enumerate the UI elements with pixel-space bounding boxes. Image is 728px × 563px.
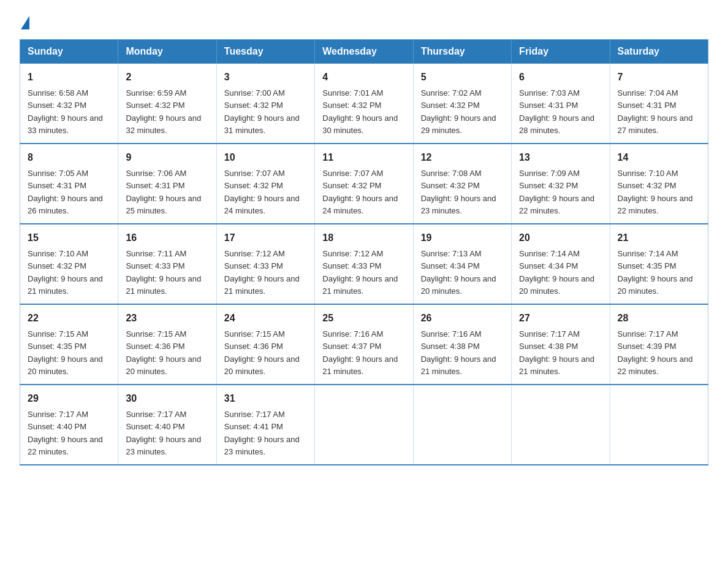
day-number: 14 [618,150,700,165]
day-number: 20 [519,231,602,245]
calendar-cell: 6 Sunrise: 7:03 AMSunset: 4:31 PMDayligh… [512,64,610,144]
calendar-cell: 27 Sunrise: 7:17 AMSunset: 4:38 PMDaylig… [512,304,610,385]
day-info: Sunrise: 7:17 AMSunset: 4:38 PMDaylight:… [519,329,594,376]
day-info: Sunrise: 7:17 AMSunset: 4:40 PMDaylight:… [28,410,103,456]
calendar-header-row: SundayMondayTuesdayWednesdayThursdayFrid… [20,40,708,64]
day-number: 30 [126,391,208,406]
day-info: Sunrise: 6:58 AMSunset: 4:32 PMDaylight:… [28,88,103,135]
day-info: Sunrise: 7:00 AMSunset: 4:32 PMDaylight:… [224,88,300,135]
calendar-cell: 14 Sunrise: 7:10 AMSunset: 4:32 PMDaylig… [610,144,708,224]
day-info: Sunrise: 7:10 AMSunset: 4:32 PMDaylight:… [618,169,693,215]
day-info: Sunrise: 7:03 AMSunset: 4:31 PMDaylight:… [519,88,594,135]
calendar-cell: 11 Sunrise: 7:07 AMSunset: 4:32 PMDaylig… [315,144,413,224]
day-number: 28 [618,311,700,326]
calendar-week-row: 22 Sunrise: 7:15 AMSunset: 4:35 PMDaylig… [20,304,708,385]
day-info: Sunrise: 7:08 AMSunset: 4:32 PMDaylight:… [421,169,496,215]
day-number: 18 [322,231,405,245]
day-info: Sunrise: 7:02 AMSunset: 4:32 PMDaylight:… [421,88,496,135]
day-info: Sunrise: 7:15 AMSunset: 4:35 PMDaylight:… [28,329,103,376]
day-number: 15 [28,231,110,245]
calendar-cell: 9 Sunrise: 7:06 AMSunset: 4:31 PMDayligh… [118,144,216,224]
calendar-cell: 20 Sunrise: 7:14 AMSunset: 4:34 PMDaylig… [512,224,610,304]
day-number: 31 [224,391,307,406]
column-header-sunday: Sunday [20,40,118,64]
page-header [20,15,708,27]
day-number: 4 [322,70,405,85]
day-number: 16 [126,231,208,245]
calendar-week-row: 15 Sunrise: 7:10 AMSunset: 4:32 PMDaylig… [20,224,708,304]
calendar-cell: 15 Sunrise: 7:10 AMSunset: 4:32 PMDaylig… [20,224,118,304]
calendar-cell: 4 Sunrise: 7:01 AMSunset: 4:32 PMDayligh… [315,64,413,144]
calendar-week-row: 29 Sunrise: 7:17 AMSunset: 4:40 PMDaylig… [20,385,708,465]
calendar-cell: 13 Sunrise: 7:09 AMSunset: 4:32 PMDaylig… [512,144,610,224]
day-info: Sunrise: 7:11 AMSunset: 4:33 PMDaylight:… [126,249,201,296]
calendar-cell: 26 Sunrise: 7:16 AMSunset: 4:38 PMDaylig… [413,304,511,385]
day-number: 11 [322,150,405,165]
calendar-cell: 5 Sunrise: 7:02 AMSunset: 4:32 PMDayligh… [413,64,511,144]
calendar-cell: 1 Sunrise: 6:58 AMSunset: 4:32 PMDayligh… [20,64,118,144]
calendar-cell: 21 Sunrise: 7:14 AMSunset: 4:35 PMDaylig… [610,224,708,304]
day-number: 9 [126,150,208,165]
day-number: 5 [421,70,504,85]
day-info: Sunrise: 7:15 AMSunset: 4:36 PMDaylight:… [126,329,201,376]
calendar-cell: 17 Sunrise: 7:12 AMSunset: 4:33 PMDaylig… [216,224,314,304]
day-info: Sunrise: 7:01 AMSunset: 4:32 PMDaylight:… [322,88,398,135]
day-info: Sunrise: 7:13 AMSunset: 4:34 PMDaylight:… [421,249,496,296]
calendar-cell: 10 Sunrise: 7:07 AMSunset: 4:32 PMDaylig… [216,144,314,224]
calendar-cell [315,385,413,465]
day-number: 24 [224,311,307,326]
day-number: 22 [28,311,110,326]
day-number: 8 [28,150,110,165]
calendar-cell: 25 Sunrise: 7:16 AMSunset: 4:37 PMDaylig… [315,304,413,385]
calendar-cell [610,385,708,465]
day-info: Sunrise: 7:07 AMSunset: 4:32 PMDaylight:… [322,169,398,215]
day-info: Sunrise: 7:14 AMSunset: 4:34 PMDaylight:… [519,249,594,296]
day-number: 10 [224,150,307,165]
day-number: 26 [421,311,504,326]
day-info: Sunrise: 7:12 AMSunset: 4:33 PMDaylight:… [322,249,398,296]
calendar-cell: 28 Sunrise: 7:17 AMSunset: 4:39 PMDaylig… [610,304,708,385]
day-info: Sunrise: 7:07 AMSunset: 4:32 PMDaylight:… [224,169,300,215]
column-header-friday: Friday [512,40,610,64]
day-number: 7 [618,70,700,85]
calendar-cell: 19 Sunrise: 7:13 AMSunset: 4:34 PMDaylig… [413,224,511,304]
logo-triangle-icon [21,16,29,29]
calendar-cell: 31 Sunrise: 7:17 AMSunset: 4:41 PMDaylig… [216,385,314,465]
day-number: 13 [519,150,602,165]
calendar-cell [512,385,610,465]
day-info: Sunrise: 7:05 AMSunset: 4:31 PMDaylight:… [28,169,103,215]
calendar-week-row: 8 Sunrise: 7:05 AMSunset: 4:31 PMDayligh… [20,144,708,224]
day-info: Sunrise: 7:14 AMSunset: 4:35 PMDaylight:… [618,249,693,296]
day-number: 27 [519,311,602,326]
day-info: Sunrise: 7:16 AMSunset: 4:37 PMDaylight:… [322,329,398,376]
column-header-monday: Monday [118,40,216,64]
day-number: 17 [224,231,307,245]
calendar-cell: 23 Sunrise: 7:15 AMSunset: 4:36 PMDaylig… [118,304,216,385]
calendar-cell: 7 Sunrise: 7:04 AMSunset: 4:31 PMDayligh… [610,64,708,144]
day-info: Sunrise: 7:04 AMSunset: 4:31 PMDaylight:… [618,88,693,135]
day-number: 6 [519,70,602,85]
calendar-cell: 16 Sunrise: 7:11 AMSunset: 4:33 PMDaylig… [118,224,216,304]
calendar-cell: 24 Sunrise: 7:15 AMSunset: 4:36 PMDaylig… [216,304,314,385]
calendar-cell: 18 Sunrise: 7:12 AMSunset: 4:33 PMDaylig… [315,224,413,304]
logo [20,15,29,27]
day-info: Sunrise: 7:10 AMSunset: 4:32 PMDaylight:… [28,249,103,296]
calendar-cell: 12 Sunrise: 7:08 AMSunset: 4:32 PMDaylig… [413,144,511,224]
calendar-cell: 22 Sunrise: 7:15 AMSunset: 4:35 PMDaylig… [20,304,118,385]
day-info: Sunrise: 7:17 AMSunset: 4:41 PMDaylight:… [224,410,300,456]
day-info: Sunrise: 7:16 AMSunset: 4:38 PMDaylight:… [421,329,496,376]
day-info: Sunrise: 7:15 AMSunset: 4:36 PMDaylight:… [224,329,300,376]
day-number: 12 [421,150,504,165]
day-info: Sunrise: 7:17 AMSunset: 4:40 PMDaylight:… [126,410,201,456]
calendar-cell: 3 Sunrise: 7:00 AMSunset: 4:32 PMDayligh… [216,64,314,144]
day-number: 3 [224,70,307,85]
calendar-cell: 29 Sunrise: 7:17 AMSunset: 4:40 PMDaylig… [20,385,118,465]
calendar-cell: 2 Sunrise: 6:59 AMSunset: 4:32 PMDayligh… [118,64,216,144]
column-header-thursday: Thursday [413,40,511,64]
day-number: 19 [421,231,504,245]
day-info: Sunrise: 7:12 AMSunset: 4:33 PMDaylight:… [224,249,300,296]
calendar-cell: 8 Sunrise: 7:05 AMSunset: 4:31 PMDayligh… [20,144,118,224]
calendar-week-row: 1 Sunrise: 6:58 AMSunset: 4:32 PMDayligh… [20,64,708,144]
column-header-tuesday: Tuesday [216,40,314,64]
day-info: Sunrise: 6:59 AMSunset: 4:32 PMDaylight:… [126,88,201,135]
